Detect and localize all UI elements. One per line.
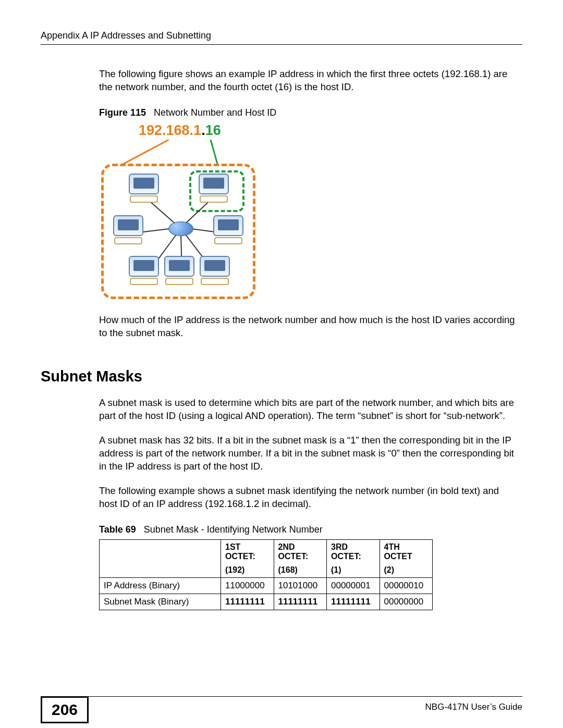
col-line2: OCTET — [384, 552, 429, 561]
ip-network-part: 192.168.1 — [139, 122, 201, 138]
col-sub: (168) — [278, 565, 323, 575]
computer-icon — [111, 215, 145, 244]
table-body: IP Address (Binary) 11000000 10101000 00… — [100, 577, 433, 610]
page: Appendix A IP Addresses and Subnetting T… — [0, 0, 563, 728]
body-column: The following figure shows an example IP… — [99, 68, 518, 610]
page-number: 206 — [41, 696, 89, 723]
paragraph-subnet-def: A subnet mask is used to determine which… — [99, 397, 518, 423]
cell: 11000000 — [221, 577, 274, 594]
figure-title: Network Number and Host ID — [154, 107, 276, 118]
paragraph-subnet-bits: A subnet mask has 32 bits. If a bit in t… — [99, 434, 518, 473]
col-line2: OCTET: — [278, 552, 323, 561]
table-header-col4: 4TH OCTET (2) — [380, 539, 433, 577]
running-head: Appendix A IP Addresses and Subnetting — [41, 30, 522, 45]
cell: 00000000 — [380, 594, 433, 610]
computer-icon — [211, 215, 246, 244]
row-label: Subnet Mask (Binary) — [100, 594, 221, 610]
table-header-blank — [100, 539, 221, 577]
figure-caption: Figure 115 Network Number and Host ID — [99, 107, 518, 118]
table-header-col1: 1ST OCTET: (192) — [221, 539, 274, 577]
computer-icon — [197, 174, 231, 203]
cell: 11111111 — [221, 594, 274, 610]
col-line2: OCTET: — [225, 552, 270, 561]
table-row: IP Address (Binary) 11000000 10101000 00… — [100, 577, 433, 594]
guide-title: NBG-417N User’s Guide — [425, 702, 522, 712]
computer-icon — [127, 256, 161, 285]
row-label: IP Address (Binary) — [100, 577, 221, 594]
table-caption: Table 69 Subnet Mask - Identifying Netwo… — [99, 524, 518, 535]
table-header-col2: 2ND OCTET: (168) — [274, 539, 327, 577]
col-line1: 4TH — [384, 542, 429, 552]
section-heading-subnet-masks: Subnet Masks — [41, 368, 518, 385]
ip-host-part: 16 — [205, 122, 221, 138]
ip-address-label: 192.168.1.16 — [139, 122, 263, 139]
computer-icon — [162, 256, 197, 285]
paragraph-subnet-example: The following example shows a subnet mas… — [99, 485, 518, 511]
table-header-col3: 3RD OCTET: (1) — [327, 539, 380, 577]
col-line1: 3RD — [331, 542, 375, 552]
col-sub: (192) — [225, 565, 270, 575]
table-title: Subnet Mask - Identifying Network Number — [144, 524, 323, 535]
col-sub: (2) — [384, 565, 429, 575]
table-row: Subnet Mask (Binary) 11111111 11111111 1… — [100, 594, 433, 610]
computer-icon — [127, 174, 161, 203]
after-figure-paragraph: How much of the IP address is the networ… — [99, 314, 518, 340]
col-line1: 1ST — [225, 542, 270, 552]
cell: 00000001 — [327, 577, 380, 594]
svg-line-0 — [120, 140, 169, 166]
col-line2: OCTET: — [331, 552, 375, 561]
col-line1: 2ND — [278, 542, 323, 552]
leader-lines — [101, 140, 263, 164]
cell: 11111111 — [274, 594, 327, 610]
ip-dot: . — [201, 122, 205, 138]
page-footer: 206 NBG-417N User’s Guide — [41, 696, 522, 697]
intro-paragraph: The following figure shows an example IP… — [99, 68, 518, 94]
col-sub: (1) — [331, 565, 375, 575]
network-outline — [101, 164, 255, 299]
table-subnet-mask: 1ST OCTET: (192) 2ND OCTET: (168) 3RD OC… — [99, 539, 433, 610]
svg-line-1 — [211, 140, 218, 166]
figure-label: Figure 115 — [99, 107, 146, 118]
cell: 11111111 — [327, 594, 380, 610]
computer-icon — [198, 256, 232, 285]
table-label: Table 69 — [99, 524, 136, 535]
router-icon — [168, 221, 193, 236]
figure-network-host: 192.168.1.16 — [101, 122, 263, 299]
table-header-row: 1ST OCTET: (192) 2ND OCTET: (168) 3RD OC… — [100, 539, 433, 577]
cell: 00000010 — [380, 577, 433, 594]
cell: 10101000 — [274, 577, 327, 594]
